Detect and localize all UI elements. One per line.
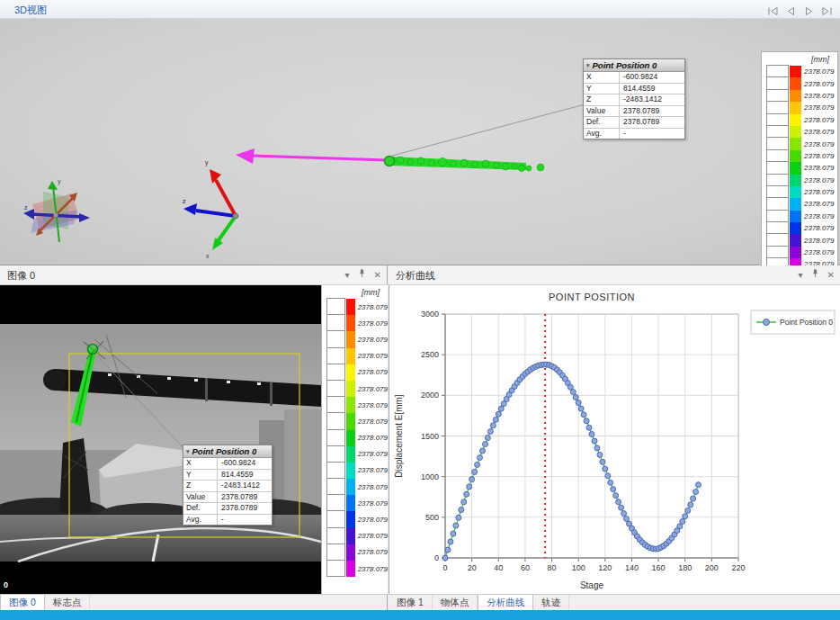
panel-menu-icon[interactable]: ▾ (799, 270, 803, 281)
curve-panel-title: 分析曲线 (396, 270, 435, 281)
pin-icon[interactable] (811, 269, 819, 281)
selected-point-marker (385, 157, 395, 166)
svg-text:40: 40 (494, 563, 503, 572)
legend-entry-label: Point Position 0 (780, 318, 833, 327)
chart-y-label: Displacement E[mm] (394, 394, 404, 477)
colorbar-row: 2378.079 (322, 430, 388, 446)
image-panel-tabs: 图像 0标志点 (0, 594, 388, 610)
point-table-row: Y814.4559 (183, 470, 272, 481)
first-frame-button[interactable] (767, 4, 779, 13)
tab-标志点[interactable]: 标志点 (45, 595, 91, 610)
point-table-header[interactable]: ▾Point Position 0 (183, 445, 272, 458)
svg-text:180: 180 (678, 563, 692, 572)
point-table-title: Point Position 0 (192, 446, 257, 456)
tab-图像 0[interactable]: 图像 0 (0, 595, 45, 610)
svg-text:160: 160 (652, 563, 666, 572)
colorbar-unit-label: [mm] (322, 285, 388, 299)
point-position-table-3d[interactable]: ▾Point Position 0X-600.9824Y814.4559Z-24… (583, 58, 685, 139)
colorbar-row: 2378.079 (762, 234, 837, 246)
svg-text:20: 20 (468, 563, 477, 572)
pin-icon[interactable] (358, 269, 366, 281)
point-table-row: Avg.- (183, 515, 272, 526)
tab-轨迹[interactable]: 轨迹 (533, 595, 569, 610)
svg-text:2500: 2500 (421, 350, 439, 359)
application-window: 3D视图 (0, 0, 840, 620)
point-table-row: Avg.- (584, 129, 684, 139)
point-table-row: Def.2378.0789 (183, 503, 272, 515)
coordinate-triad-icon: y z x (183, 159, 238, 259)
point-table-row: Value2378.0789 (584, 106, 684, 118)
image-panel-header: 图像 0 ▾ ✕ (0, 265, 388, 285)
colorbar-row: 2378.079 (762, 90, 837, 102)
point-table-header[interactable]: ▾Point Position 0 (584, 59, 684, 72)
svg-text:80: 80 (548, 563, 557, 572)
selected-point-marker (88, 345, 98, 355)
chart-title: POINT POSITION (549, 292, 635, 302)
svg-text:100: 100 (572, 563, 585, 572)
next-frame-button[interactable] (803, 4, 815, 13)
colorbar-row: 2378.079 (762, 186, 837, 198)
colorbar-row: 2378.079 (322, 348, 388, 364)
frame-number-label: 0 (4, 580, 8, 589)
chart-grid: 0204060801001201401601802002200500100015… (421, 310, 746, 572)
point-position-table-image[interactable]: ▾Point Position 0X-600.9824Y814.4559Z-24… (183, 445, 273, 526)
tab-图像 1[interactable]: 图像 1 (389, 595, 433, 610)
colorbar-row: 2378.079 (762, 162, 837, 174)
tab-分析曲线[interactable]: 分析曲线 (478, 595, 533, 610)
point-table-row: X-600.9824 (584, 72, 684, 84)
trajectory-end-point (537, 164, 544, 171)
colorbar-row: 2378.079 (762, 150, 837, 162)
close-icon[interactable]: ✕ (374, 270, 381, 281)
trajectory-point-cloud (385, 157, 545, 172)
svg-text:3000: 3000 (421, 310, 439, 319)
3d-viewport[interactable]: y z y z x (0, 19, 840, 265)
collapse-caret-icon: ▾ (586, 62, 590, 69)
camera-image-view[interactable]: 0 ▾Point Position 0X-600.9824Y814.4559Z-… (0, 285, 321, 594)
colorbar-row: 2378.079 (322, 397, 388, 413)
svg-text:z: z (183, 198, 186, 204)
colorbar-row: 2378.079 (322, 511, 388, 527)
tab-3d-view-label: 3D视图 (14, 4, 47, 15)
point-table-row: Z-2483.1412 (584, 94, 684, 106)
tab-物体点[interactable]: 物体点 (433, 595, 478, 610)
point-table-title: Point Position 0 (593, 60, 657, 70)
collapse-caret-icon: ▾ (186, 448, 190, 455)
close-icon[interactable]: ✕ (827, 270, 835, 281)
svg-text:y: y (205, 159, 209, 166)
point-table-row: Def.2378.0789 (584, 117, 684, 129)
svg-text:0: 0 (434, 553, 439, 562)
point-table-row: Value2378.0789 (183, 492, 272, 504)
panel-menu-icon[interactable]: ▾ (345, 270, 350, 281)
displacement-vector-arrow (236, 148, 387, 164)
top-tab-bar: 3D视图 (0, 0, 840, 19)
tab-3d-view[interactable]: 3D视图 (9, 3, 52, 18)
last-frame-button[interactable] (821, 4, 833, 13)
chart-x-label: Stage (580, 580, 604, 590)
colorbar-row: 2378.079 (762, 126, 837, 138)
colorbar-row: 2378.079 (762, 247, 837, 258)
colorbar-row: 2378.079 (322, 381, 388, 397)
colorbar-row: 2378.079 (762, 175, 837, 186)
point-table-row: Y814.4559 (584, 84, 684, 95)
colorbar-row: 2378.079 (762, 198, 837, 210)
camera-image (0, 285, 321, 594)
orientation-gizmo-icon: y z (23, 178, 90, 242)
svg-text:60: 60 (521, 563, 530, 572)
svg-text:200: 200 (705, 563, 719, 572)
colorbar-row: 2378.079 (762, 222, 837, 234)
colorbar-row: 2378.079 (322, 479, 388, 495)
colorbar-3d: [mm]2378.0792378.0792378.0792378.0792378… (761, 51, 838, 282)
svg-text:500: 500 (425, 513, 439, 522)
chart-svg: 0204060801001201401601802002200500100015… (389, 285, 839, 594)
colorbar-row: 2378.079 (322, 561, 388, 577)
colorbar-row: 2378.079 (322, 299, 388, 315)
analysis-chart[interactable]: 0204060801001201401601802002200500100015… (389, 285, 840, 594)
chart-legend: Point Position 0 (751, 310, 835, 334)
colorbar-row: 2378.079 (322, 364, 388, 381)
colorbar-row: 2378.079 (762, 211, 837, 222)
frame-navigation (767, 4, 833, 13)
svg-text:140: 140 (625, 563, 639, 572)
colorbar-unit-label: [mm] (762, 52, 837, 66)
previous-frame-button[interactable] (785, 4, 797, 13)
chart-series (442, 362, 701, 561)
